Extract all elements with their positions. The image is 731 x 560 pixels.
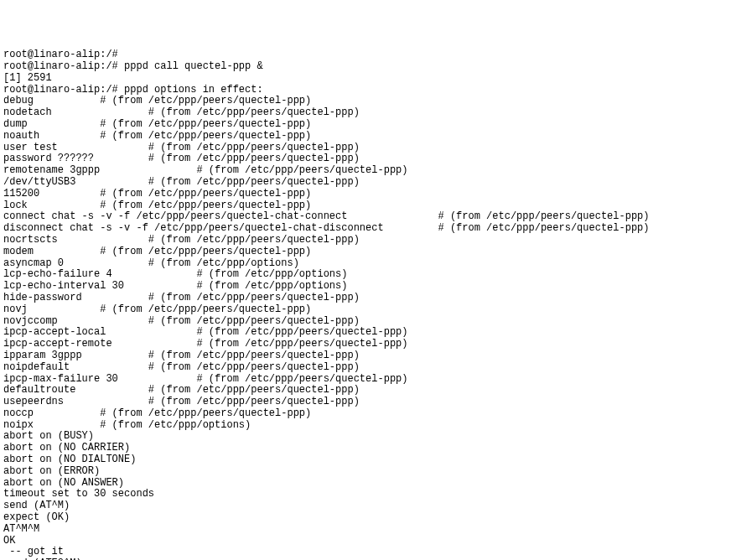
- terminal-line: nocrtscts # (from /etc/ppp/peers/quectel…: [3, 235, 728, 246]
- terminal-line: timeout set to 30 seconds: [3, 489, 728, 500]
- terminal-line: lcp-echo-failure 4 # (from /etc/ppp/opti…: [3, 269, 728, 281]
- terminal-line: abort on (ERROR): [3, 466, 728, 478]
- terminal-line: ipcp-accept-remote # (from /etc/ppp/peer…: [3, 339, 728, 350]
- terminal-line: dump # (from /etc/ppp/peers/quectel-ppp): [3, 119, 728, 131]
- terminal-line: ipcp-max-failure 30 # (from /etc/ppp/pee…: [3, 374, 728, 386]
- terminal-line: OK: [3, 536, 728, 547]
- terminal-line: usepeerdns # (from /etc/ppp/peers/quecte…: [3, 397, 728, 408]
- terminal-line: abort on (NO CARRIER): [3, 443, 728, 454]
- terminal-line: lock # (from /etc/ppp/peers/quectel-ppp): [3, 200, 728, 212]
- terminal-line: abort on (NO DIALTONE): [3, 454, 728, 466]
- terminal-line: root@linaro-alip:/# pppd options in effe…: [3, 85, 728, 96]
- terminal-line: defaultroute # (from /etc/ppp/peers/quec…: [3, 385, 728, 397]
- terminal-line: novj # (from /etc/ppp/peers/quectel-ppp): [3, 304, 728, 316]
- terminal-line: /dev/ttyUSB3 # (from /etc/ppp/peers/quec…: [3, 177, 728, 189]
- terminal-line: noccp # (from /etc/ppp/peers/quectel-ppp…: [3, 408, 728, 420]
- terminal-line: password ?????? # (from /etc/ppp/peers/q…: [3, 153, 728, 165]
- terminal-line: send (AT^M): [3, 500, 728, 512]
- terminal-output: root@linaro-alip:/#root@linaro-alip:/# p…: [3, 49, 728, 560]
- terminal-line: hide-password # (from /etc/ppp/peers/que…: [3, 293, 728, 304]
- terminal-line: remotename 3gppp # (from /etc/ppp/peers/…: [3, 165, 728, 177]
- terminal-line: 115200 # (from /etc/ppp/peers/quectel-pp…: [3, 189, 728, 200]
- terminal-line: novjccomp # (from /etc/ppp/peers/quectel…: [3, 316, 728, 328]
- terminal-line: nodetach # (from /etc/ppp/peers/quectel-…: [3, 107, 728, 119]
- terminal-line: expect (OK): [3, 512, 728, 524]
- terminal-line: modem # (from /etc/ppp/peers/quectel-ppp…: [3, 246, 728, 258]
- terminal-line: noauth # (from /etc/ppp/peers/quectel-pp…: [3, 131, 728, 143]
- terminal-line: -- got it: [3, 547, 728, 558]
- terminal-line: connect chat -s -v -f /etc/ppp/peers/que…: [3, 211, 728, 223]
- terminal-line: [1] 2591: [3, 73, 728, 85]
- terminal-line: lcp-echo-interval 30 # (from /etc/ppp/op…: [3, 281, 728, 293]
- terminal-line: AT^M^M: [3, 524, 728, 536]
- terminal-line: ipcp-accept-local # (from /etc/ppp/peers…: [3, 327, 728, 339]
- terminal-line: root@linaro-alip:/# pppd call quectel-pp…: [3, 61, 728, 73]
- terminal-line: debug # (from /etc/ppp/peers/quectel-ppp…: [3, 96, 728, 107]
- terminal-line: asyncmap 0 # (from /etc/ppp/options): [3, 258, 728, 270]
- terminal-line: abort on (NO ANSWER): [3, 478, 728, 490]
- terminal-line: root@linaro-alip:/#: [3, 49, 728, 61]
- terminal-line: user test # (from /etc/ppp/peers/quectel…: [3, 143, 728, 154]
- terminal-line: noipx # (from /etc/ppp/options): [3, 420, 728, 432]
- terminal-line: noipdefault # (from /etc/ppp/peers/quect…: [3, 362, 728, 374]
- terminal-line: ipparam 3gppp # (from /etc/ppp/peers/que…: [3, 350, 728, 362]
- terminal-line: abort on (BUSY): [3, 431, 728, 443]
- terminal-line: disconnect chat -s -v -f /etc/ppp/peers/…: [3, 223, 728, 235]
